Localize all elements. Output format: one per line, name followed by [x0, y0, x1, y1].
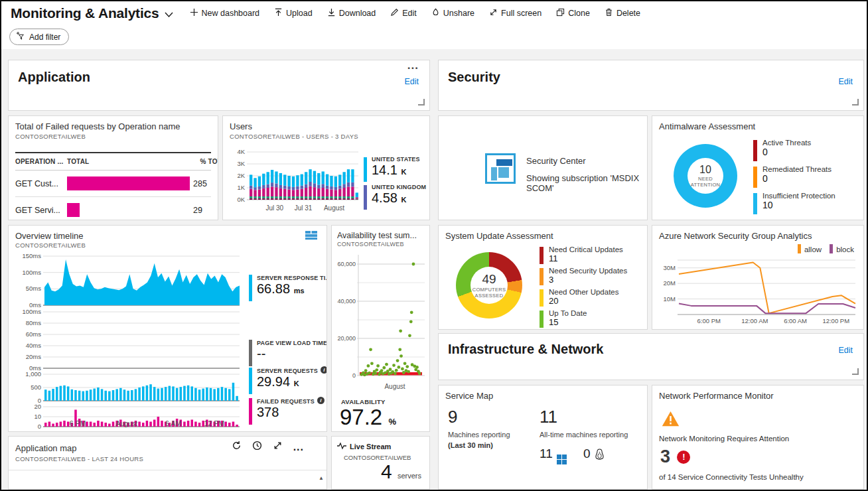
warning-text: Network Monitoring Requires Attention: [659, 435, 789, 443]
total-value: 285: [193, 179, 218, 188]
resize-handle[interactable]: [418, 99, 425, 105]
legend-label: Insufficient Protection: [762, 192, 835, 200]
metric-server-requests: SERVER REQUESTSi 29.94 K: [249, 366, 327, 394]
legend-value: 15: [549, 317, 587, 327]
metric-unit: ms: [294, 287, 305, 295]
info-icon[interactable]: i: [321, 366, 327, 374]
plus-icon: [190, 8, 198, 19]
tile-title: Network Performance Monitor: [659, 391, 774, 401]
svg-text:12 PM: 12 PM: [204, 419, 224, 427]
servers-count: 4: [381, 460, 392, 482]
table-row[interactable]: GET Servi... 29 7.7%: [15, 197, 211, 220]
network-performance-tile[interactable]: Network Performance Monitor Network Moni…: [652, 385, 864, 490]
table-row[interactable]: GET Cust... 285 75.4%: [15, 171, 211, 197]
alltime-machines-count: 11: [540, 407, 557, 427]
system-update-tile[interactable]: System Update Assessment 49 COMPUTERS AS…: [438, 225, 648, 330]
legend-value: 3: [549, 275, 627, 285]
svg-text:20,000: 20,000: [337, 335, 356, 342]
application-section-header: Application ... Edit: [8, 60, 430, 111]
application-edit-link[interactable]: Edit: [404, 77, 419, 86]
legend-value: 0: [762, 173, 832, 184]
security-edit-link[interactable]: Edit: [838, 77, 853, 86]
svg-text:20M: 20M: [664, 279, 676, 287]
delete-button[interactable]: Delete: [597, 1, 648, 25]
svg-text:12:00 AM: 12:00 AM: [741, 317, 768, 324]
fullscreen-button[interactable]: Full screen: [482, 1, 549, 25]
timeline-x-axis: 6 PMAugust6 AM12 PM: [11, 418, 242, 429]
svg-text:150ms: 150ms: [22, 252, 41, 259]
expand-icon[interactable]: [273, 441, 283, 453]
live-stream-tile[interactable]: Live Stream CONTOSORETAILWEB 4 servers: [331, 436, 430, 490]
legend-up-to-date: Up To Date 15: [540, 309, 587, 328]
antimalware-tile[interactable]: Antimalware Assessment 10 NEED ATTENTION…: [652, 115, 864, 220]
application-section-title: Application: [18, 70, 90, 85]
unshare-icon: [431, 8, 440, 19]
edit-button[interactable]: Edit: [383, 1, 424, 25]
nsg-analytics-tile[interactable]: Azure Network Security Group Analytics a…: [652, 225, 864, 330]
info-icon[interactable]: i: [317, 397, 325, 404]
add-filter-label: Add filter: [29, 33, 60, 42]
svg-text:40ms: 40ms: [26, 342, 41, 349]
clock-icon[interactable]: [252, 441, 262, 453]
download-button[interactable]: Download: [320, 1, 384, 25]
legend-label: Remediated Threats: [762, 165, 832, 173]
legend-value: 14.1: [372, 163, 398, 177]
failed-requests-tile[interactable]: Total of Failed requests by Operation na…: [8, 115, 218, 220]
tile-subtitle: CONTOSORETAILWEB - LAST 24 HOURS: [15, 455, 143, 462]
security-center-title: Security Center: [526, 156, 586, 166]
legend-swatch: [540, 289, 543, 307]
security-section-header: Security Edit: [438, 60, 864, 111]
new-dashboard-button[interactable]: New dashboard: [182, 1, 267, 25]
infrastructure-section-header: Infrastructure & Network Edit: [438, 333, 864, 380]
svg-text:60ms: 60ms: [26, 330, 41, 338]
add-filter-button[interactable]: Add filter: [9, 29, 69, 45]
dashboard-toolbar: New dashboard Upload Download Edit Unsha…: [182, 1, 648, 25]
tile-subtitle: CONTOSORETAILWEB: [337, 241, 404, 247]
button-label: Upload: [286, 9, 313, 18]
svg-text:0: 0: [38, 397, 41, 404]
legend-need-security: Need Security Updates 3: [540, 267, 627, 285]
button-label: Delete: [616, 9, 640, 18]
users-tile[interactable]: Users CONTOSORETAILWEB - USERS - 3 DAYS …: [222, 115, 430, 220]
chevron-down-icon[interactable]: [165, 9, 173, 21]
svg-text:Jul 30: Jul 30: [265, 204, 283, 212]
resize-handle[interactable]: [852, 368, 859, 375]
resize-handle[interactable]: [852, 99, 859, 105]
service-map-tile[interactable]: Service Map 9 Machines reporting (Last 3…: [438, 385, 648, 490]
server-response-area-chart: 150ms100ms50ms0ms: [11, 252, 242, 309]
availability-tile[interactable]: Availability test sum... CONTOSORETAILWE…: [331, 225, 430, 432]
os-counts: 11 0: [540, 447, 604, 464]
metric-value: 29.94: [257, 374, 290, 389]
clone-button[interactable]: Clone: [549, 1, 597, 25]
table-header: OPERATION ... TOTAL % TOTAL: [15, 152, 211, 171]
unshare-button[interactable]: Unshare: [424, 1, 482, 25]
grid-layout-icon[interactable]: [305, 231, 317, 243]
svg-text:4K: 4K: [237, 148, 245, 155]
more-menu-button[interactable]: ...: [407, 60, 419, 72]
infrastructure-edit-link[interactable]: Edit: [838, 346, 853, 355]
scrollbar-up-arrow[interactable]: ▲: [319, 475, 324, 481]
tile-title: Application map: [15, 443, 77, 453]
security-center-subscription: Showing subscription 'MSDIX SCOM': [526, 173, 647, 193]
server-requests-bar-chart: 1,0005000: [11, 372, 242, 405]
refresh-icon[interactable]: [232, 441, 242, 453]
security-center-tile[interactable]: Security Center Showing subscription 'MS…: [438, 115, 648, 220]
metric-swatch: [249, 275, 252, 301]
svg-text:August: August: [115, 419, 137, 427]
svg-text:0: 0: [352, 372, 356, 379]
overview-timeline-tile[interactable]: Overview timeline CONTOSORETAILWEB 150ms…: [8, 225, 327, 432]
legend-united-states: UNITED STATES 14.1 K: [364, 156, 420, 182]
windows-icon: [557, 455, 567, 464]
donut-center-value: 10: [699, 164, 711, 176]
application-map-tile[interactable]: Application map CONTOSORETAILWEB - LAST …: [8, 436, 327, 490]
legend-label: Need Security Updates: [549, 267, 627, 275]
svg-text:30M: 30M: [664, 264, 676, 271]
svg-text:500: 500: [31, 384, 41, 391]
machines-reporting-count: 9: [448, 407, 457, 427]
legend-active-threats: Active Threats 0: [753, 139, 811, 161]
upload-button[interactable]: Upload: [267, 1, 320, 25]
nsg-line-chart: 30M20M10M6:00 PM12:00 AM6:00 AM12:00 PM: [655, 255, 862, 328]
more-icon[interactable]: ...: [293, 441, 304, 453]
top-toolbar: Monitoring & Analytics New dashboard Upl…: [1, 1, 867, 25]
button-label: New dashboard: [202, 9, 260, 18]
